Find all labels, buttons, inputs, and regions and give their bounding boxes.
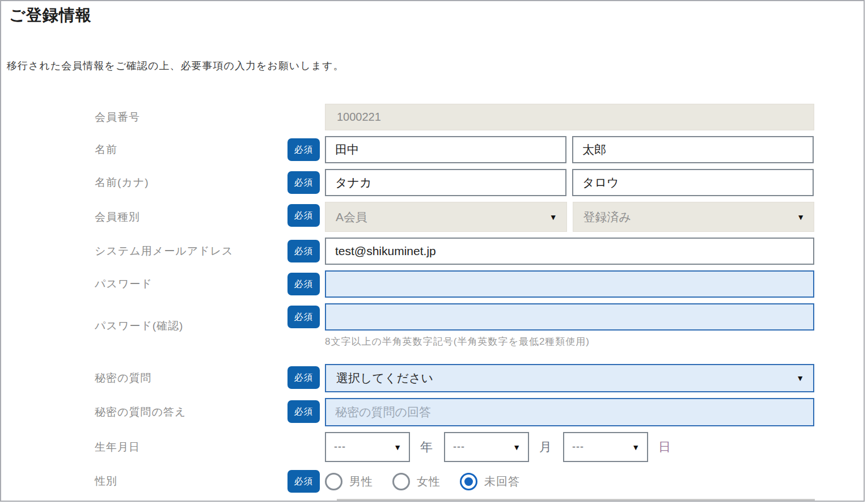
password-input[interactable] [325, 270, 814, 298]
day-suffix-label: 日 [658, 439, 671, 456]
name-label: 名前 [95, 142, 287, 157]
form-row-email: システム用メールアドレス 必須 [1, 238, 864, 265]
secret-question-select[interactable]: 選択してください ▼ [325, 364, 814, 392]
first-name-input[interactable] [572, 136, 814, 163]
last-name-kana-input[interactable] [325, 169, 566, 196]
email-input[interactable] [325, 238, 814, 265]
member-type-select: A会員 ▼ [325, 202, 567, 232]
form-row-member-type: 会員種別 必須 A会員 ▼ 登録済み ▼ [1, 202, 864, 232]
required-badge: 必須 [287, 470, 320, 493]
dropdown-arrow-icon: ▼ [549, 213, 557, 222]
birth-date-label: 生年月日 [95, 440, 287, 455]
registration-page: ご登録情報 移行された会員情報をご確認の上、必要事項の入力をお願いします。 会員… [0, 0, 865, 502]
form-row-name-kana: 名前(カナ) 必須 [1, 169, 864, 196]
radio-checked-icon [460, 473, 477, 490]
birth-year-value: --- [334, 441, 346, 453]
required-badge: 必須 [287, 366, 320, 389]
member-type-label: 会員種別 [95, 210, 287, 225]
form-row-secret-question: 秘密の質問 必須 選択してください ▼ [1, 364, 864, 392]
password-confirm-input[interactable] [325, 303, 814, 331]
page-subtitle: 移行された会員情報をご確認の上、必要事項の入力をお願いします。 [7, 59, 864, 73]
required-badge: 必須 [287, 138, 320, 161]
form-row-name: 名前 必須 [1, 136, 864, 163]
year-suffix-label: 年 [420, 439, 433, 456]
required-badge: 必須 [287, 306, 320, 328]
form-row-member-number: 会員番号 [1, 104, 864, 130]
password-hint: 8文字以上の半角英数字記号(半角英数字を最低2種類使用) [325, 335, 814, 348]
dropdown-arrow-icon: ▼ [394, 443, 402, 452]
birth-year-select[interactable]: --- ▼ [325, 432, 410, 462]
secret-answer-label: 秘密の質問の答え [95, 405, 287, 420]
form-row-password: パスワード 必須 [1, 270, 864, 298]
gender-label: 性別 [95, 474, 287, 489]
required-badge: 必須 [287, 171, 320, 194]
dropdown-arrow-icon: ▼ [797, 213, 805, 222]
form-row-secret-answer: 秘密の質問の答え 必須 [1, 398, 864, 426]
dropdown-arrow-icon: ▼ [513, 443, 521, 452]
gender-radio-no-answer[interactable]: 未回答 [460, 473, 520, 490]
first-name-kana-input[interactable] [572, 169, 814, 196]
email-label: システム用メールアドレス [95, 244, 287, 259]
required-badge: 必須 [287, 400, 320, 423]
required-badge: 必須 [287, 240, 320, 262]
gender-radio-female[interactable]: 女性 [392, 473, 441, 490]
gender-radio-male[interactable]: 男性 [325, 473, 373, 490]
secret-question-label: 秘密の質問 [95, 371, 287, 386]
form-row-password-confirm: パスワード(確認) 必須 8文字以上の半角英数字記号(半角英数字を最低2種類使用… [1, 303, 864, 348]
radio-icon [392, 473, 410, 490]
password-label: パスワード [95, 277, 287, 291]
month-suffix-label: 月 [539, 439, 552, 456]
required-badge: 必須 [287, 204, 320, 227]
gender-option-label: 女性 [417, 474, 441, 489]
member-number-input [325, 104, 814, 130]
gender-radio-group: 男性 女性 未回答 [325, 468, 520, 495]
birth-month-value: --- [453, 441, 465, 453]
radio-icon [325, 473, 342, 490]
birth-day-value: --- [572, 441, 584, 453]
member-number-label: 会員番号 [95, 110, 287, 125]
member-type-value: A会員 [336, 209, 367, 225]
registration-form: 会員番号 名前 必須 名前(カナ) 必須 [1, 104, 864, 495]
member-status-value: 登録済み [583, 209, 632, 225]
page-title: ご登録情報 [9, 5, 864, 26]
name-kana-label: 名前(カナ) [95, 175, 287, 190]
next-field-top-edge [337, 499, 815, 501]
gender-option-label: 未回答 [484, 474, 520, 489]
birth-day-select[interactable]: --- ▼ [563, 432, 648, 462]
form-row-gender: 性別 必須 男性 女性 未回答 [1, 468, 864, 495]
required-badge: 必須 [287, 273, 320, 295]
last-name-input[interactable] [325, 136, 566, 163]
secret-answer-input[interactable] [325, 398, 814, 426]
password-confirm-label: パスワード(確認) [95, 319, 287, 333]
gender-option-label: 男性 [349, 474, 373, 489]
secret-question-value: 選択してください [336, 370, 433, 386]
member-status-select: 登録済み ▼ [573, 202, 815, 232]
dropdown-arrow-icon: ▼ [796, 374, 804, 383]
birth-month-select[interactable]: --- ▼ [444, 432, 529, 462]
form-row-birth-date: 生年月日 --- ▼ 年 --- ▼ 月 --- ▼ 日 [1, 432, 864, 462]
dropdown-arrow-icon: ▼ [632, 443, 640, 452]
